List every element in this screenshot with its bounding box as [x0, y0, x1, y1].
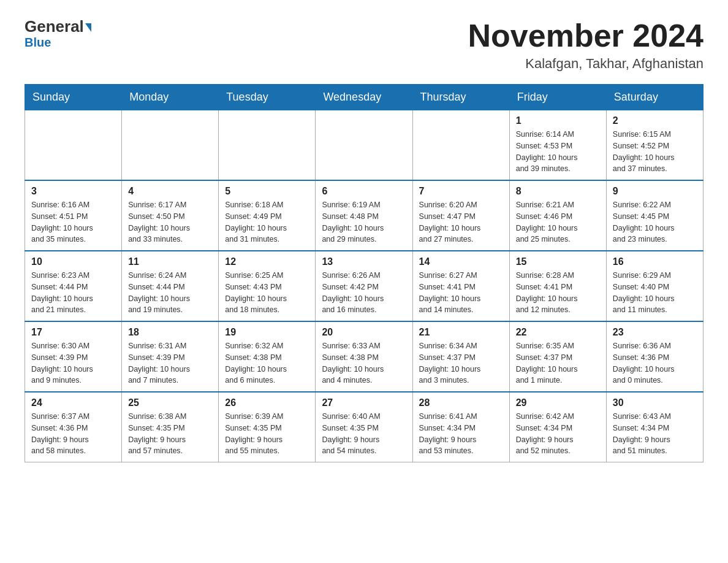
day-number: 12: [225, 256, 309, 267]
day-number: 17: [31, 327, 115, 338]
day-number: 19: [225, 327, 309, 338]
calendar-week-row: 17Sunrise: 6:30 AM Sunset: 4:39 PM Dayli…: [25, 321, 703, 392]
day-number: 30: [613, 397, 697, 408]
day-number: 27: [322, 397, 406, 408]
month-title: November 2024: [468, 18, 703, 53]
day-number: 25: [128, 397, 212, 408]
table-row: [219, 110, 316, 181]
day-info: Sunrise: 6:27 AM Sunset: 4:41 PM Dayligh…: [419, 270, 503, 316]
logo-blue-text: Blue: [25, 36, 51, 50]
day-info: Sunrise: 6:39 AM Sunset: 4:35 PM Dayligh…: [225, 411, 309, 457]
day-info: Sunrise: 6:22 AM Sunset: 4:45 PM Dayligh…: [613, 199, 697, 245]
table-row: 1Sunrise: 6:14 AM Sunset: 4:53 PM Daylig…: [509, 110, 606, 181]
day-info: Sunrise: 6:17 AM Sunset: 4:50 PM Dayligh…: [128, 199, 212, 245]
table-row: 29Sunrise: 6:42 AM Sunset: 4:34 PM Dayli…: [509, 392, 606, 462]
calendar-week-row: 10Sunrise: 6:23 AM Sunset: 4:44 PM Dayli…: [25, 251, 703, 321]
table-row: 5Sunrise: 6:18 AM Sunset: 4:49 PM Daylig…: [219, 180, 316, 251]
table-row: 7Sunrise: 6:20 AM Sunset: 4:47 PM Daylig…: [412, 180, 509, 251]
day-info: Sunrise: 6:15 AM Sunset: 4:52 PM Dayligh…: [613, 129, 697, 175]
table-row: 4Sunrise: 6:17 AM Sunset: 4:50 PM Daylig…: [122, 180, 219, 251]
table-row: 2Sunrise: 6:15 AM Sunset: 4:52 PM Daylig…: [606, 110, 703, 181]
day-of-week-header: Wednesday: [316, 85, 412, 110]
calendar-week-row: 3Sunrise: 6:16 AM Sunset: 4:51 PM Daylig…: [25, 180, 703, 251]
table-row: 24Sunrise: 6:37 AM Sunset: 4:36 PM Dayli…: [25, 392, 122, 462]
day-number: 18: [128, 327, 212, 338]
day-of-week-header: Monday: [122, 85, 219, 110]
table-row: 20Sunrise: 6:33 AM Sunset: 4:38 PM Dayli…: [316, 321, 412, 392]
table-row: 30Sunrise: 6:43 AM Sunset: 4:34 PM Dayli…: [606, 392, 703, 462]
day-info: Sunrise: 6:28 AM Sunset: 4:41 PM Dayligh…: [516, 270, 600, 316]
table-row: 12Sunrise: 6:25 AM Sunset: 4:43 PM Dayli…: [219, 251, 316, 321]
table-row: 8Sunrise: 6:21 AM Sunset: 4:46 PM Daylig…: [509, 180, 606, 251]
calendar-week-row: 24Sunrise: 6:37 AM Sunset: 4:36 PM Dayli…: [25, 392, 703, 462]
day-info: Sunrise: 6:26 AM Sunset: 4:42 PM Dayligh…: [322, 270, 406, 316]
day-info: Sunrise: 6:23 AM Sunset: 4:44 PM Dayligh…: [31, 270, 115, 316]
day-info: Sunrise: 6:40 AM Sunset: 4:35 PM Dayligh…: [322, 411, 406, 457]
table-row: [122, 110, 219, 181]
day-info: Sunrise: 6:20 AM Sunset: 4:47 PM Dayligh…: [419, 199, 503, 245]
page-header: General Blue November 2024 Kalafgan, Tak…: [25, 18, 703, 72]
table-row: 11Sunrise: 6:24 AM Sunset: 4:44 PM Dayli…: [122, 251, 219, 321]
day-info: Sunrise: 6:32 AM Sunset: 4:38 PM Dayligh…: [225, 340, 309, 386]
day-info: Sunrise: 6:16 AM Sunset: 4:51 PM Dayligh…: [31, 199, 115, 245]
day-number: 26: [225, 397, 309, 408]
day-number: 8: [516, 186, 600, 197]
table-row: 3Sunrise: 6:16 AM Sunset: 4:51 PM Daylig…: [25, 180, 122, 251]
table-row: 26Sunrise: 6:39 AM Sunset: 4:35 PM Dayli…: [219, 392, 316, 462]
day-info: Sunrise: 6:43 AM Sunset: 4:34 PM Dayligh…: [613, 411, 697, 457]
title-area: November 2024 Kalafgan, Takhar, Afghanis…: [468, 18, 703, 72]
day-info: Sunrise: 6:38 AM Sunset: 4:35 PM Dayligh…: [128, 411, 212, 457]
day-number: 14: [419, 256, 503, 267]
logo-general-text: General: [25, 18, 91, 34]
table-row: 28Sunrise: 6:41 AM Sunset: 4:34 PM Dayli…: [412, 392, 509, 462]
table-row: [25, 110, 122, 181]
table-row: 6Sunrise: 6:19 AM Sunset: 4:48 PM Daylig…: [316, 180, 412, 251]
table-row: 19Sunrise: 6:32 AM Sunset: 4:38 PM Dayli…: [219, 321, 316, 392]
day-number: 13: [322, 256, 406, 267]
day-number: 24: [31, 397, 115, 408]
day-info: Sunrise: 6:33 AM Sunset: 4:38 PM Dayligh…: [322, 340, 406, 386]
table-row: 23Sunrise: 6:36 AM Sunset: 4:36 PM Dayli…: [606, 321, 703, 392]
day-info: Sunrise: 6:24 AM Sunset: 4:44 PM Dayligh…: [128, 270, 212, 316]
day-number: 7: [419, 186, 503, 197]
day-number: 16: [613, 256, 697, 267]
table-row: 27Sunrise: 6:40 AM Sunset: 4:35 PM Dayli…: [316, 392, 412, 462]
logo-triangle-icon: [85, 23, 91, 32]
day-of-week-header: Thursday: [412, 85, 509, 110]
table-row: 9Sunrise: 6:22 AM Sunset: 4:45 PM Daylig…: [606, 180, 703, 251]
logo: General Blue: [25, 18, 91, 50]
day-number: 29: [516, 397, 600, 408]
day-number: 20: [322, 327, 406, 338]
calendar-week-row: 1Sunrise: 6:14 AM Sunset: 4:53 PM Daylig…: [25, 110, 703, 181]
day-info: Sunrise: 6:21 AM Sunset: 4:46 PM Dayligh…: [516, 199, 600, 245]
day-info: Sunrise: 6:41 AM Sunset: 4:34 PM Dayligh…: [419, 411, 503, 457]
table-row: 17Sunrise: 6:30 AM Sunset: 4:39 PM Dayli…: [25, 321, 122, 392]
day-of-week-header: Tuesday: [219, 85, 316, 110]
table-row: 21Sunrise: 6:34 AM Sunset: 4:37 PM Dayli…: [412, 321, 509, 392]
day-of-week-header: Sunday: [25, 85, 122, 110]
table-row: 22Sunrise: 6:35 AM Sunset: 4:37 PM Dayli…: [509, 321, 606, 392]
calendar-table: SundayMondayTuesdayWednesdayThursdayFrid…: [25, 84, 703, 462]
day-info: Sunrise: 6:30 AM Sunset: 4:39 PM Dayligh…: [31, 340, 115, 386]
day-info: Sunrise: 6:35 AM Sunset: 4:37 PM Dayligh…: [516, 340, 600, 386]
day-info: Sunrise: 6:36 AM Sunset: 4:36 PM Dayligh…: [613, 340, 697, 386]
table-row: [316, 110, 412, 181]
day-number: 21: [419, 327, 503, 338]
table-row: 25Sunrise: 6:38 AM Sunset: 4:35 PM Dayli…: [122, 392, 219, 462]
day-info: Sunrise: 6:34 AM Sunset: 4:37 PM Dayligh…: [419, 340, 503, 386]
day-info: Sunrise: 6:31 AM Sunset: 4:39 PM Dayligh…: [128, 340, 212, 386]
day-info: Sunrise: 6:42 AM Sunset: 4:34 PM Dayligh…: [516, 411, 600, 457]
day-info: Sunrise: 6:14 AM Sunset: 4:53 PM Dayligh…: [516, 129, 600, 175]
day-info: Sunrise: 6:18 AM Sunset: 4:49 PM Dayligh…: [225, 199, 309, 245]
day-number: 3: [31, 186, 115, 197]
table-row: 14Sunrise: 6:27 AM Sunset: 4:41 PM Dayli…: [412, 251, 509, 321]
day-number: 5: [225, 186, 309, 197]
table-row: 18Sunrise: 6:31 AM Sunset: 4:39 PM Dayli…: [122, 321, 219, 392]
day-number: 11: [128, 256, 212, 267]
day-number: 28: [419, 397, 503, 408]
day-number: 22: [516, 327, 600, 338]
day-info: Sunrise: 6:19 AM Sunset: 4:48 PM Dayligh…: [322, 199, 406, 245]
day-of-week-header: Friday: [509, 85, 606, 110]
location-title: Kalafgan, Takhar, Afghanistan: [468, 56, 703, 72]
calendar-header-row: SundayMondayTuesdayWednesdayThursdayFrid…: [25, 85, 703, 110]
